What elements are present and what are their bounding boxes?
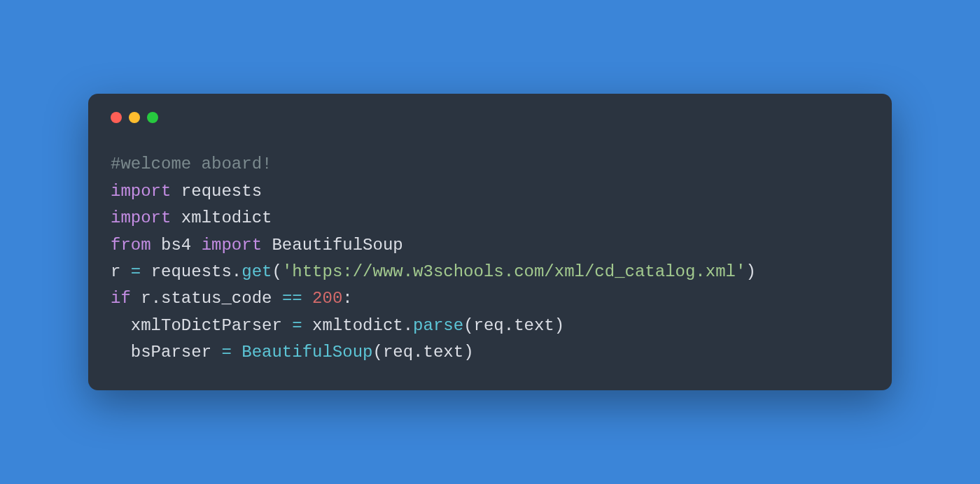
colon: : (342, 289, 352, 308)
code-line-6: if r.status_code == 200: (111, 285, 869, 312)
object: r (141, 289, 150, 308)
code-line-2: import requests (111, 178, 869, 205)
code-line-5: r = requests.get('https://www.w3schools.… (111, 259, 869, 285)
module-name: requests (181, 182, 262, 201)
operator-assign: = (292, 316, 302, 335)
code-area[interactable]: #welcome aboard!import requestsimport xm… (111, 151, 869, 366)
paren-close: ) (554, 316, 564, 335)
attribute: text (514, 316, 554, 335)
dot: . (232, 262, 241, 281)
argument: req (383, 343, 413, 362)
argument: req (474, 316, 504, 335)
keyword-import: import (111, 208, 171, 227)
method-call: get (241, 262, 272, 281)
operator-assign: = (131, 262, 141, 281)
variable: xmlToDictParser (131, 316, 282, 335)
object: requests (151, 262, 232, 281)
code-line-4: from bs4 import BeautifulSoup (111, 232, 869, 259)
maximize-icon[interactable] (147, 112, 158, 123)
code-line-3: import xmltodict (111, 205, 869, 232)
paren-close: ) (746, 262, 755, 281)
window-controls (111, 112, 869, 123)
dot: . (151, 289, 161, 308)
minimize-icon[interactable] (129, 112, 140, 123)
indent (111, 343, 131, 362)
paren-open: ( (372, 343, 382, 362)
keyword-import: import (111, 182, 171, 201)
keyword-if: if (111, 289, 131, 308)
operator-assign: = (221, 343, 231, 362)
variable: r (111, 262, 120, 281)
keyword-import: import (202, 236, 262, 255)
function-call: BeautifulSoup (241, 343, 372, 362)
string-literal: 'https://www.w3schools.com/xml/cd_catalo… (282, 262, 746, 281)
variable: bsParser (131, 343, 211, 362)
operator-eq: == (282, 289, 302, 308)
indent (111, 316, 131, 335)
code-line-8: bsParser = BeautifulSoup(req.text) (111, 339, 869, 366)
paren-open: ( (272, 262, 281, 281)
dot: . (403, 316, 413, 335)
import-name: BeautifulSoup (272, 236, 402, 255)
close-icon[interactable] (111, 112, 122, 123)
keyword-from: from (111, 236, 151, 255)
attribute: text (424, 343, 464, 362)
object: xmltodict (312, 316, 403, 335)
paren-open: ( (463, 316, 473, 335)
module-name: bs4 (161, 236, 191, 255)
code-line-7: xmlToDictParser = xmltodict.parse(req.te… (111, 313, 869, 339)
code-line-1: #welcome aboard! (111, 151, 869, 178)
attribute: status_code (161, 289, 272, 308)
dot: . (504, 316, 514, 335)
code-comment: #welcome aboard! (111, 155, 272, 173)
paren-close: ) (463, 343, 473, 362)
number-literal: 200 (312, 289, 342, 308)
dot: . (413, 343, 423, 362)
code-editor-window: #welcome aboard!import requestsimport xm… (88, 94, 892, 390)
module-name: xmltodict (181, 208, 272, 227)
method-call: parse (413, 316, 463, 335)
